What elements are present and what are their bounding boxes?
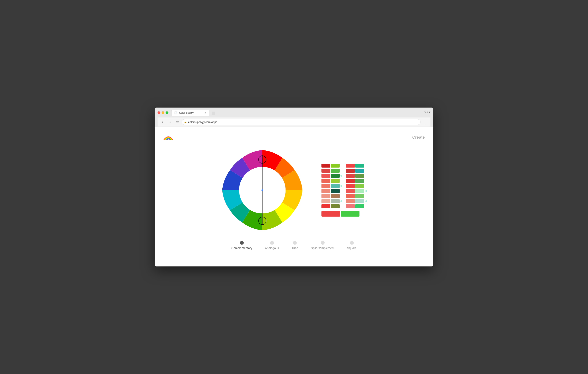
address-bar[interactable]: 🔒 colorsupplyyy.com/app/ <box>182 119 421 125</box>
swatch-group-right <box>346 184 364 188</box>
swatch[interactable] <box>355 169 364 173</box>
swatch[interactable] <box>346 179 355 183</box>
harmony-label-triad: Triad <box>292 246 298 250</box>
close-button[interactable] <box>158 111 160 114</box>
harmony-mode-triad[interactable]: Triad <box>292 241 298 250</box>
swatch-group-left <box>321 204 340 208</box>
swatch[interactable] <box>346 164 355 168</box>
harmony-mode-analogous[interactable]: Analogous <box>265 241 279 250</box>
swatch-group-left <box>321 174 340 178</box>
swatch-group-left <box>321 164 340 168</box>
back-button[interactable] <box>160 119 166 125</box>
palette-main-swatches <box>321 211 368 217</box>
swatch[interactable] <box>321 194 330 198</box>
color-wheel-container[interactable] <box>220 148 304 232</box>
main-swatch-green[interactable] <box>341 211 359 217</box>
palette-row <box>321 199 368 203</box>
swatch[interactable] <box>355 204 364 208</box>
swatch[interactable] <box>331 194 340 198</box>
swatch[interactable] <box>346 204 355 208</box>
tab-close-button[interactable]: × <box>204 111 206 115</box>
url-text: colorsupplyyy.com/app/ <box>188 120 217 124</box>
dot-spacer <box>340 165 342 167</box>
dot-spacer <box>340 170 342 171</box>
swatch[interactable] <box>321 164 330 168</box>
swatch[interactable] <box>331 184 340 188</box>
palette-row <box>321 174 368 178</box>
tab-favicon: 📄 <box>174 111 178 114</box>
new-tab-button[interactable] <box>210 111 217 116</box>
lock-icon: 🔒 <box>184 121 187 123</box>
swatch[interactable] <box>346 174 355 178</box>
swatch[interactable] <box>346 199 355 203</box>
swatch[interactable] <box>321 184 330 188</box>
palette-row <box>321 204 368 208</box>
swatch[interactable] <box>331 169 340 173</box>
swatch[interactable] <box>321 179 330 183</box>
minimize-button[interactable] <box>162 111 164 114</box>
swatch-group-right <box>346 179 364 183</box>
harmony-dot-square <box>350 241 354 245</box>
logo[interactable] <box>163 133 174 142</box>
swatch-group-right <box>346 169 364 173</box>
swatch-group-right <box>346 164 364 168</box>
swatch-group-left <box>321 199 340 203</box>
swatch-group-left <box>321 194 340 198</box>
swatch[interactable] <box>331 204 340 208</box>
guest-label: Guest <box>424 111 430 115</box>
swatch[interactable] <box>331 199 340 203</box>
harmony-label-complementary: Complementary <box>231 246 252 250</box>
svg-rect-2 <box>212 112 215 115</box>
swatch[interactable] <box>355 199 364 203</box>
palette-row <box>321 164 368 168</box>
harmony-dot-triad <box>293 241 297 245</box>
swatch[interactable] <box>355 179 364 183</box>
harmony-label-split-complement: Split-Complement <box>311 246 334 250</box>
palette-row <box>321 189 368 193</box>
palette-row <box>321 169 368 173</box>
swatch[interactable] <box>331 164 340 168</box>
swatch[interactable] <box>355 174 364 178</box>
refresh-button[interactable] <box>174 119 180 125</box>
swatch[interactable] <box>321 204 330 208</box>
maximize-button[interactable] <box>166 111 168 114</box>
tab-bar: 📄 Color Supply × <box>171 110 424 116</box>
harmony-label-analogous: Analogous <box>265 246 279 250</box>
swatch[interactable] <box>321 169 330 173</box>
swatch[interactable] <box>331 179 340 183</box>
dot-spacer <box>340 190 342 192</box>
harmony-modes: Complementary Analogous Triad Split-Comp… <box>159 237 429 256</box>
dot-spacer <box>340 205 342 207</box>
swatch[interactable] <box>331 174 340 178</box>
swatch-group-right <box>346 199 364 203</box>
swatch[interactable] <box>355 164 364 168</box>
app-header: Create <box>159 131 429 144</box>
browser-menu-button[interactable]: ⋮ <box>422 120 428 124</box>
swatch-group-right <box>346 174 364 178</box>
forward-button[interactable] <box>167 119 173 125</box>
harmony-mode-split-complement[interactable]: Split-Complement <box>311 241 334 250</box>
swatch-group-left <box>321 169 340 173</box>
app-content: Create <box>155 127 433 267</box>
browser-tab[interactable]: 📄 Color Supply × <box>171 110 209 116</box>
swatch[interactable] <box>355 189 364 193</box>
svg-point-7 <box>262 189 263 191</box>
harmony-mode-complementary[interactable]: Complementary <box>231 241 252 250</box>
swatch[interactable] <box>321 174 330 178</box>
palette-dot <box>365 200 367 202</box>
tab-title: Color Supply <box>179 111 194 114</box>
swatch[interactable] <box>321 199 330 203</box>
harmony-mode-square[interactable]: Square <box>347 241 357 250</box>
main-swatch-red[interactable] <box>321 211 340 217</box>
swatch[interactable] <box>346 169 355 173</box>
swatch[interactable] <box>346 189 355 193</box>
create-button[interactable]: Create <box>412 135 425 140</box>
harmony-dot-complementary <box>240 241 244 245</box>
color-wheel[interactable] <box>220 148 304 232</box>
swatch[interactable] <box>346 184 355 188</box>
swatch[interactable] <box>355 184 364 188</box>
swatch[interactable] <box>355 194 364 198</box>
swatch[interactable] <box>331 189 340 193</box>
swatch[interactable] <box>321 189 330 193</box>
swatch[interactable] <box>346 194 355 198</box>
